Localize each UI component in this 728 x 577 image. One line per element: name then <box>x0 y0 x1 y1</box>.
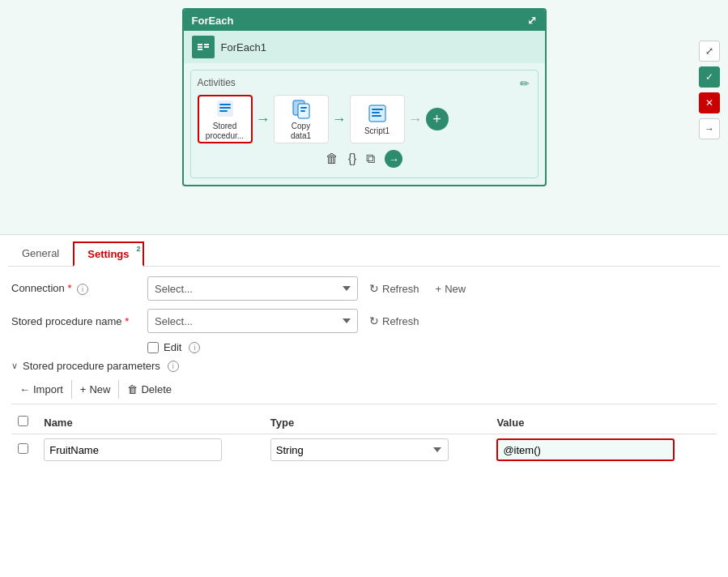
type-cell: String Int DateTime Boolean Decimal Floa… <box>264 434 491 466</box>
edit-pencil-icon[interactable]: ✏ <box>520 77 530 90</box>
svg-rect-8 <box>219 110 228 112</box>
params-new-icon: + <box>80 383 87 395</box>
add-activity-button[interactable]: + <box>426 108 449 130</box>
import-label: Import <box>33 383 63 395</box>
activity-item-stored[interactable]: Storedprocedur... <box>198 95 253 143</box>
params-info-icon[interactable]: i <box>168 361 179 372</box>
foreach-instance-name: ForEach1 <box>221 41 266 53</box>
tab-general-label: General <box>22 247 59 259</box>
connection-required: * <box>67 282 71 294</box>
col-check-header <box>11 411 37 434</box>
svg-rect-2 <box>198 49 202 50</box>
edit-label: Edit <box>164 341 181 353</box>
bottom-panel: General Settings 2 Connection * i Select… <box>0 235 728 475</box>
settings-badge: 2 <box>137 245 141 253</box>
params-chevron-icon: ∨ <box>11 361 18 371</box>
svg-rect-6 <box>219 104 231 105</box>
settings-form: Connection * i Select... ↻ Refresh + New… <box>8 267 720 475</box>
tabs-row: General Settings 2 <box>8 235 720 267</box>
svg-rect-1 <box>198 46 202 48</box>
stored-proc-refresh-button[interactable]: ↻ Refresh <box>364 311 424 331</box>
svg-rect-14 <box>372 109 383 110</box>
foreach-header: ForEach ⤢ <box>184 10 545 31</box>
tab-general[interactable]: General <box>8 241 73 266</box>
connection-new-button[interactable]: + New <box>431 280 471 298</box>
svg-rect-7 <box>219 107 231 109</box>
select-all-checkbox[interactable] <box>18 416 28 426</box>
foreach-container: ForEach ⤢ ForEach1 Activities ✏ <box>182 8 547 186</box>
connection-new-label: New <box>445 283 466 295</box>
connection-dropdown[interactable]: Select... <box>147 276 358 301</box>
activity-box-script[interactable]: Script1 <box>350 95 405 143</box>
arrow-2: → <box>332 111 347 128</box>
params-table: Name Type Value <box>11 411 717 465</box>
connection-info-icon[interactable]: i <box>77 284 88 295</box>
params-section-label: Stored procedure parameters <box>23 360 160 372</box>
expand-icon-btn[interactable]: ⤢ <box>699 41 720 62</box>
edit-row: Edit i <box>147 341 717 353</box>
copy-toolbar-icon[interactable]: ⧉ <box>366 152 375 166</box>
cancel-icon-btn[interactable]: ✕ <box>699 92 720 113</box>
svg-rect-0 <box>198 44 202 45</box>
tab-settings-label: Settings <box>87 248 129 260</box>
row-checkbox[interactable] <box>18 443 28 454</box>
script-icon <box>366 102 389 125</box>
name-cell <box>37 434 264 466</box>
arrow-1: → <box>256 111 270 128</box>
activity-box-copy[interactable]: Copydata1 <box>274 95 329 143</box>
activities-area: Activities ✏ Storedprocedur... → <box>190 70 539 178</box>
params-delete-button[interactable]: 🗑 Delete <box>118 380 180 399</box>
connection-refresh-label: Refresh <box>382 283 419 295</box>
edit-info-icon[interactable]: i <box>189 342 200 353</box>
svg-rect-12 <box>300 110 305 112</box>
svg-rect-3 <box>204 44 209 45</box>
connection-row: Connection * i Select... ↻ Refresh + New <box>11 276 717 301</box>
arrow-3: → <box>408 111 423 128</box>
svg-rect-11 <box>300 107 307 109</box>
activity-item-copy[interactable]: Copydata1 <box>274 95 329 143</box>
braces-toolbar-icon[interactable]: {} <box>348 152 357 166</box>
name-input[interactable] <box>44 438 222 461</box>
foreach-title: ForEach <box>192 15 234 27</box>
activity-item-script[interactable]: Script1 <box>350 95 405 143</box>
connection-label: Connection * i <box>11 282 141 295</box>
stored-proc-refresh-label: Refresh <box>382 315 419 327</box>
connection-refresh-icon: ↻ <box>369 282 379 295</box>
script1-label: Script1 <box>364 126 390 136</box>
type-select[interactable]: String Int DateTime Boolean Decimal Floa… <box>270 438 449 461</box>
foreach-type-icon <box>192 36 215 58</box>
connection-new-plus-icon: + <box>436 283 442 295</box>
params-delete-icon: 🗑 <box>127 383 138 395</box>
stored-proc-label: Storedprocedur... <box>206 122 244 141</box>
right-side-icons: ⤢ ✓ ✕ → <box>699 41 720 139</box>
col-type-header: Type <box>264 411 491 434</box>
stored-proc-dropdown[interactable]: Select... <box>147 309 358 333</box>
svg-rect-16 <box>372 115 381 117</box>
value-cell <box>490 434 717 466</box>
confirm-icon-btn[interactable]: ✓ <box>699 66 720 88</box>
forward-icon-btn[interactable]: → <box>699 118 720 139</box>
foreach-title-area: ForEach1 <box>184 31 545 63</box>
import-icon: ← <box>19 383 30 395</box>
tab-settings[interactable]: Settings 2 <box>73 241 143 267</box>
stored-proc-required: * <box>125 315 129 327</box>
params-new-button[interactable]: + New <box>71 380 119 399</box>
svg-rect-4 <box>204 46 209 48</box>
import-button[interactable]: ← Import <box>11 380 71 399</box>
maximize-icon[interactable]: ⤢ <box>527 14 537 27</box>
value-input[interactable] <box>496 438 675 461</box>
stored-proc-name-row: Stored procedure name * Select... ↻ Refr… <box>11 309 717 333</box>
copy-data-label: Copydata1 <box>291 122 311 141</box>
activity-toolbar: 🗑 {} ⧉ → <box>198 143 531 171</box>
activity-box-stored[interactable]: Storedprocedur... <box>198 95 253 143</box>
activities-label: Activities <box>198 77 531 88</box>
stored-proc-params-section: ∨ Stored procedure parameters i ← Import… <box>11 360 717 465</box>
connection-refresh-button[interactable]: ↻ Refresh <box>364 279 424 298</box>
run-toolbar-icon[interactable]: → <box>385 150 402 168</box>
edit-checkbox[interactable] <box>147 342 159 353</box>
col-value-header: Value <box>490 411 717 434</box>
stored-proc-name-label: Stored procedure name * <box>11 315 141 327</box>
params-toolbar: ← Import + New 🗑 Delete <box>11 380 717 404</box>
delete-toolbar-icon[interactable]: 🗑 <box>326 152 338 166</box>
params-section-header[interactable]: ∨ Stored procedure parameters i <box>11 360 717 372</box>
